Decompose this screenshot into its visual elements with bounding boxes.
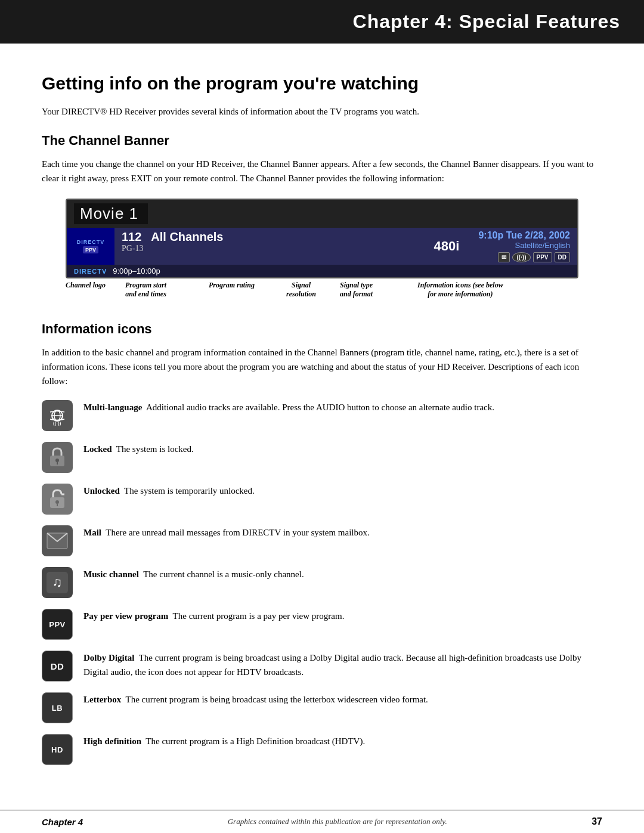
svg-text:♫: ♫ [52, 575, 63, 590]
label-program-start: Program start and end times [125, 281, 166, 299]
directv-bottom-logo: DIRECTV [74, 268, 107, 275]
list-item: Locked The system is locked. [42, 442, 602, 473]
label-channel-logo: Channel logo [66, 281, 106, 290]
banner-channel-info: 112 All Channels PG-13 [114, 228, 422, 265]
unlocked-text: Unlocked The system is temporarily unloc… [83, 484, 602, 498]
list-item: DD Dolby Digital The current program is … [42, 651, 602, 682]
dolby-digital-icon: DD [42, 651, 73, 682]
label-signal-resolution: Signalresolution [286, 281, 316, 299]
banner-icons: ✉ ((·)) PPV DD [478, 252, 570, 262]
label-signal-type-format: Signal typeand format [340, 281, 373, 299]
chapter-title: Chapter 4: Special Features [24, 11, 620, 33]
label-info-icons: Information icons (see below for more in… [417, 281, 503, 299]
multi-badge: ((·)) [512, 252, 530, 262]
list-item: ((·)) Multi-language Additional audio tr… [42, 400, 602, 431]
time-date: 9:10p Tue 2/28, 2002 [478, 230, 570, 241]
svg-text:((·)): ((·)) [53, 421, 61, 426]
label-program-rating: Program rating [209, 281, 255, 290]
ppv-badge: PPV [533, 252, 552, 262]
intro-paragraph: Your DIRECTV® HD Receiver provides sever… [42, 104, 602, 119]
svg-point-5 [55, 459, 59, 462]
ppv-icon: PPV [42, 609, 73, 640]
mail-badge: ✉ [498, 252, 510, 262]
letterbox-icon: LB [42, 692, 73, 723]
time-range: 9:00p–10:00p [113, 267, 160, 275]
ppv-text: Pay per view program The current program… [83, 609, 602, 623]
icon-list: ((·)) Multi-language Additional audio tr… [42, 400, 602, 765]
dd-badge: DD [555, 252, 570, 262]
diagram-bottom-labels: Channel logo Program start and end times… [66, 281, 578, 304]
section2-title: Information icons [42, 321, 602, 337]
mail-icon-visual [42, 525, 73, 556]
banner-resolution: 480i [422, 228, 472, 265]
footer-note: Graphics contained within this publicati… [228, 817, 447, 826]
list-item: HD High definition The current program i… [42, 734, 602, 765]
music-channel-text: Music channel The current channel is a m… [83, 567, 602, 581]
dolby-digital-text: Dolby Digital The current program is bei… [83, 651, 602, 679]
list-item: Unlocked The system is temporarily unloc… [42, 484, 602, 515]
directv-logo: DIRECTV [77, 239, 105, 245]
banner-bottom: DIRECTV 9:00p–10:00p [67, 265, 577, 277]
section2-body: In addition to the basic channel and pro… [42, 345, 602, 388]
section1-body: Each time you change the channel on your… [42, 157, 602, 185]
list-item: PPV Pay per view program The current pro… [42, 609, 602, 640]
page-title: Getting info on the program you're watch… [42, 73, 602, 94]
page-footer: Chapter 4 Graphics contained within this… [0, 810, 644, 833]
high-definition-icon: HD [42, 734, 73, 765]
multi-language-icon: ((·)) [42, 400, 73, 431]
letterbox-text: Letterbox The current program is being b… [83, 692, 602, 707]
list-item: Mail There are unread mail messages from… [42, 525, 602, 556]
list-item: LB Letterbox The current program is bein… [42, 692, 602, 723]
footer-page-number: 37 [592, 816, 602, 827]
channel-banner-diagram: Program title Channel number and name Cu… [42, 197, 602, 304]
channel-sub: PG-13 [122, 244, 415, 253]
banner-middle: DIRECTV PPV 112 All Channels PG-13 480i … [67, 228, 577, 265]
unlocked-icon [42, 484, 73, 515]
movie-title: Movie 1 [74, 203, 148, 224]
banner-right: 9:10p Tue 2/28, 2002 Satellite/English ✉… [471, 228, 577, 265]
banner-top-bar: Movie 1 [67, 200, 577, 228]
high-definition-text: High definition The current program is a… [83, 734, 602, 748]
music-channel-icon: ♫ [42, 567, 73, 598]
multi-language-text: Multi-language Additional audio tracks a… [83, 400, 602, 414]
mail-text: Mail There are unread mail messages from… [83, 525, 602, 540]
footer-chapter-label: Chapter 4 [42, 817, 83, 827]
channel-num-name: 112 All Channels [122, 230, 415, 244]
locked-text: Locked The system is locked. [83, 442, 602, 456]
svg-point-8 [55, 500, 59, 504]
list-item: ♫ Music channel The current channel is a… [42, 567, 602, 598]
section1-title: The Channel Banner [42, 133, 602, 148]
channel-banner: Movie 1 DIRECTV PPV 112 All Channels PG-… [66, 199, 578, 278]
satellite-lang: Satellite/English [478, 241, 570, 250]
ppv-tag: PPV [83, 246, 98, 253]
locked-icon [42, 442, 73, 473]
chapter-header: Chapter 4: Special Features [0, 0, 644, 44]
